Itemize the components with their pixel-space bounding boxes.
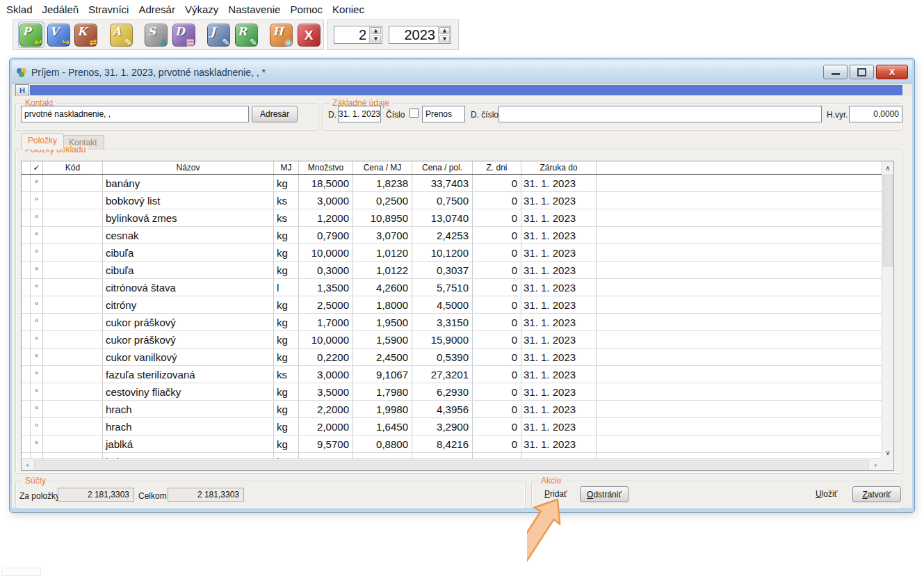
col-header-zaruka-do[interactable]: Záruka do — [521, 161, 597, 174]
table-row[interactable]: ° banány kg 18,5000 1,8238 33,7403 0 31.… — [22, 175, 882, 192]
scroll-right-icon[interactable]: › — [870, 459, 882, 470]
table-row[interactable]: ° cukor vanilkový kg 0,2200 2,4500 0,539… — [22, 349, 882, 366]
year-up-icon[interactable]: ▲ — [439, 27, 450, 34]
scroll-up-icon[interactable]: ∧ — [882, 161, 893, 174]
row-check-cell[interactable]: ° — [31, 314, 43, 330]
month-value[interactable]: 2 — [334, 26, 369, 43]
scroll-left-icon[interactable]: ‹ — [22, 459, 33, 470]
year-value[interactable]: 2023 — [389, 26, 438, 43]
table-row[interactable]: ° cibuľa kg 10,0000 1,0120 10,1200 0 31.… — [22, 244, 882, 262]
close-button[interactable]: X — [876, 65, 908, 79]
table-row[interactable]: ° cibuľa kg 0,3000 1,0122 0,3037 0 31. 1… — [22, 262, 882, 279]
table-row[interactable]: ° cukor práškový kg 1,7000 1,9500 3,3150… — [22, 314, 882, 331]
row-selector[interactable] — [22, 331, 31, 348]
table-row[interactable]: ° citróny kg 2,5000 1,8000 4,5000 0 31. … — [22, 296, 882, 314]
row-selector[interactable] — [22, 401, 31, 417]
zatvorit-button[interactable]: Zatvoriť — [852, 486, 901, 502]
row-check-cell[interactable]: ° — [31, 209, 43, 226]
table-row[interactable]: ° bylinková zmes ks 1,2000 10,8950 13,07… — [22, 209, 882, 227]
col-header-kod[interactable]: Kód — [43, 161, 103, 174]
toolbar-button-r[interactable]: R ✎ — [234, 22, 260, 48]
table-row[interactable]: ° citrónová štava l 1,3500 4,2600 5,7510… — [22, 279, 882, 296]
vertical-scroll-thumb[interactable] — [883, 175, 893, 266]
vertical-scrollbar[interactable]: ∧ ∨ — [882, 161, 893, 458]
row-check-cell[interactable]: ° — [31, 453, 43, 458]
col-header-check[interactable]: ✓ — [31, 161, 43, 174]
toolbar-button-k[interactable]: K ⇄ — [73, 22, 99, 48]
row-check-cell[interactable]: ° — [31, 192, 43, 209]
row-selector[interactable] — [22, 244, 31, 261]
table-row[interactable]: ° bobkový list ks 3,0000 0,2500 0,7500 0… — [22, 192, 882, 209]
menu-item[interactable]: Sklad — [1, 1, 38, 17]
row-check-cell[interactable]: ° — [31, 383, 43, 400]
row-check-cell[interactable]: ° — [31, 296, 43, 313]
menu-item[interactable]: Pomoc — [285, 1, 327, 17]
menu-item[interactable]: Nastavenie — [223, 1, 285, 17]
toolbar-button-s[interactable]: S ♟ — [143, 22, 170, 48]
hvyr-input[interactable]: 0,0000 — [849, 106, 902, 122]
horizontal-scrollbar[interactable]: ‹ › — [22, 458, 882, 470]
row-selector[interactable] — [22, 418, 31, 435]
toolbar-button-p[interactable]: P ↩ — [18, 22, 44, 48]
row-selector[interactable] — [22, 314, 31, 330]
kontakt-input[interactable]: prvotné naskladnenie, , — [21, 106, 249, 122]
table-row[interactable]: ° fazuľa sterilizovaná ks 3,0000 9,1067 … — [22, 366, 882, 383]
toolbar-button-x[interactable]: X — [296, 22, 323, 48]
table-row[interactable]: ° cesnak kg 0,7900 3,0700 2,4253 0 31. 1… — [22, 227, 882, 244]
tab-polozky[interactable]: Položky — [21, 133, 64, 150]
menu-item[interactable]: Jedáleň — [38, 1, 84, 17]
toolbar-button-j[interactable]: J ✎ — [206, 22, 232, 48]
row-check-cell[interactable]: ° — [31, 349, 43, 365]
row-selector[interactable] — [22, 296, 31, 313]
menu-item[interactable]: Stravníci — [83, 1, 133, 17]
row-check-cell[interactable]: ° — [31, 435, 43, 452]
row-check-cell[interactable]: ° — [31, 175, 43, 191]
row-selector[interactable] — [22, 209, 31, 226]
table-row[interactable]: ° cukor práškový kg 10,0000 1,5900 15,90… — [22, 331, 882, 349]
row-check-cell[interactable]: ° — [31, 244, 43, 261]
row-check-cell[interactable]: ° — [31, 279, 43, 296]
table-row[interactable]: ° cestoviny fliačky kg 3,5000 1,7980 6,2… — [22, 383, 882, 401]
row-selector[interactable] — [22, 383, 31, 400]
row-selector[interactable] — [22, 227, 31, 243]
row-selector[interactable] — [22, 366, 31, 383]
row-check-cell[interactable]: ° — [31, 227, 43, 243]
ulozit-button[interactable]: Uložiť — [811, 488, 841, 499]
horizontal-scroll-thumb[interactable] — [34, 460, 869, 470]
month-up-icon[interactable]: ▲ — [371, 27, 381, 34]
row-check-cell[interactable]: ° — [31, 262, 43, 278]
col-header-mnozstvo[interactable]: Množstvo — [299, 161, 353, 174]
table-row[interactable]: ° jablká kg 9,5700 0,8800 8,4216 0 31. 1… — [22, 435, 882, 453]
row-check-cell[interactable]: ° — [31, 331, 43, 348]
toolbar-button-a[interactable]: A ✎ — [108, 22, 135, 48]
adresar-button[interactable]: Adresár — [252, 106, 298, 122]
row-selector[interactable] — [22, 192, 31, 209]
menu-item[interactable]: Koniec — [327, 1, 369, 17]
dcislo-input[interactable] — [499, 106, 822, 122]
col-header-cena-pol[interactable]: Cena / pol. — [412, 161, 473, 174]
col-header-cena-mj[interactable]: Cena / MJ — [353, 161, 412, 174]
row-check-cell[interactable]: ° — [31, 401, 43, 417]
row-selector[interactable] — [22, 453, 31, 458]
window-titlebar[interactable]: Príjem - Prenos, 31. 1. 2023, prvotné na… — [12, 61, 912, 84]
row-check-cell[interactable]: ° — [31, 366, 43, 383]
col-header-nazov[interactable]: Názov — [103, 161, 274, 174]
row-selector[interactable] — [22, 279, 31, 296]
row-selector[interactable] — [22, 435, 31, 452]
h-tab[interactable]: H — [15, 84, 29, 96]
year-down-icon[interactable]: ▼ — [439, 35, 450, 42]
toolbar-button-h[interactable]: H ◉ — [268, 22, 295, 48]
toolbar-button-d[interactable]: D ▦ — [171, 22, 197, 48]
menu-item[interactable]: Výkazy — [180, 1, 223, 17]
table-row[interactable]: ° hrach kg 2,0000 1,6450 3,2900 0 31. 1.… — [22, 418, 882, 435]
scroll-down-icon[interactable]: ∨ — [882, 446, 893, 458]
row-selector[interactable] — [22, 262, 31, 278]
toolbar-button-v[interactable]: V ↪ — [46, 22, 72, 48]
row-check-cell[interactable]: ° — [31, 418, 43, 435]
month-down-icon[interactable]: ▼ — [371, 35, 381, 42]
minimize-button[interactable] — [823, 65, 848, 79]
maximize-button[interactable] — [850, 65, 874, 79]
col-header-marker[interactable] — [22, 161, 31, 174]
cislo-checkbox[interactable] — [410, 109, 419, 118]
menu-item[interactable]: Adresár — [133, 1, 180, 17]
